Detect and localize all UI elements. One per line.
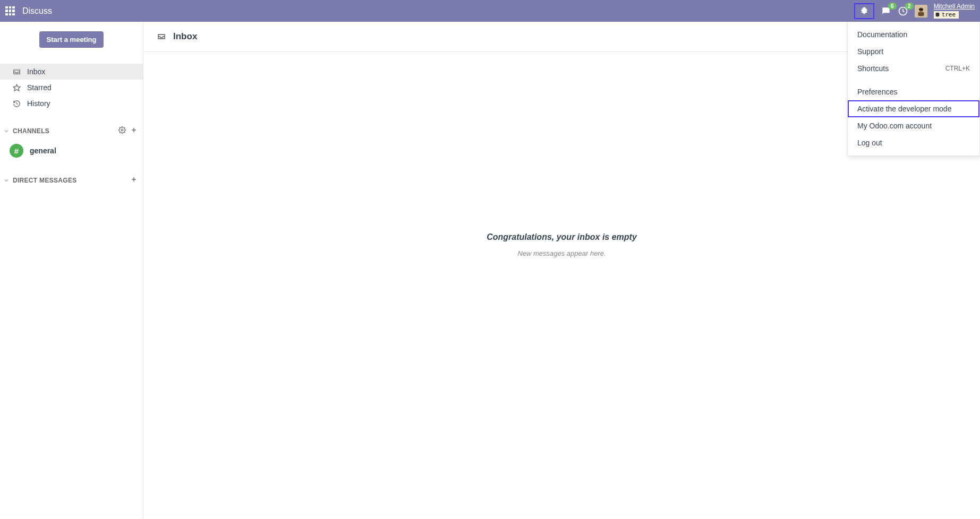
topbar-right: 6 2 Mitchell Admin tree [854, 3, 975, 19]
dm-section-header: DIRECT MESSAGES [0, 170, 143, 190]
menu-developer-mode[interactable]: Activate the developer mode [848, 100, 979, 117]
gear-icon [118, 126, 126, 134]
avatar[interactable] [915, 5, 927, 18]
svg-point-7 [121, 129, 123, 131]
start-meeting-button[interactable]: Start a meeting [39, 31, 104, 48]
topbar: Discuss 6 2 Mitchell Admin tree [0, 0, 980, 22]
channel-name: general [30, 146, 56, 155]
database-name: tree [942, 12, 956, 18]
nav-inbox-label: Inbox [27, 67, 45, 76]
nav-inbox[interactable]: Inbox [0, 64, 143, 80]
channels-title: CHANNELS [13, 127, 49, 135]
svg-marker-6 [13, 84, 20, 91]
user-menu-dropdown: Documentation Support Shortcuts CTRL+K P… [847, 22, 980, 156]
menu-shortcuts-key: CTRL+K [945, 65, 970, 72]
apps-icon[interactable] [5, 6, 15, 16]
activities-badge: 2 [905, 3, 914, 10]
nav-history-label: History [27, 99, 50, 108]
menu-shortcuts-label: Shortcuts [857, 64, 889, 73]
channel-general[interactable]: # general [0, 141, 143, 161]
inbox-icon [13, 68, 21, 76]
channels-section-header: CHANNELS [0, 121, 143, 141]
empty-title: Congratulations, your inbox is empty [487, 232, 637, 242]
database-icon [935, 12, 940, 18]
user-block[interactable]: Mitchell Admin tree [934, 3, 975, 18]
menu-odoo-account[interactable]: My Odoo.com account [848, 117, 979, 134]
user-name[interactable]: Mitchell Admin [934, 3, 975, 10]
star-icon [13, 84, 21, 92]
channels-toggle[interactable]: CHANNELS [3, 127, 49, 135]
plus-icon [130, 176, 138, 183]
messages-badge: 6 [888, 3, 897, 10]
database-badge: tree [934, 11, 959, 19]
menu-shortcuts[interactable]: Shortcuts CTRL+K [848, 60, 979, 77]
nav-starred-label: Starred [27, 83, 52, 92]
history-icon [13, 100, 21, 108]
content-title: Inbox [173, 31, 197, 42]
svg-rect-3 [918, 12, 924, 15]
menu-documentation[interactable]: Documentation [848, 26, 979, 43]
dm-toggle[interactable]: DIRECT MESSAGES [3, 177, 77, 184]
app-title: Discuss [22, 6, 52, 16]
channels-add-button[interactable] [130, 126, 138, 135]
debug-icon-highlight[interactable] [854, 3, 874, 19]
dm-title: DIRECT MESSAGES [13, 177, 77, 184]
inbox-icon [157, 32, 166, 41]
chevron-down-icon [3, 128, 10, 134]
svg-rect-4 [919, 8, 923, 10]
chevron-down-icon [3, 177, 10, 184]
channel-hash-icon: # [10, 144, 23, 158]
channels-settings-button[interactable] [118, 126, 126, 135]
messages-button[interactable]: 6 [881, 6, 891, 16]
nav-history[interactable]: History [0, 96, 143, 111]
plus-icon [130, 126, 138, 134]
main: Start a meeting Inbox Starred History CH… [0, 22, 980, 519]
bug-icon [859, 6, 869, 16]
menu-support[interactable]: Support [848, 43, 979, 60]
nav-starred[interactable]: Starred [0, 80, 143, 96]
sidebar: Start a meeting Inbox Starred History CH… [0, 22, 143, 519]
dm-add-button[interactable] [130, 176, 138, 185]
menu-preferences[interactable]: Preferences [848, 83, 979, 100]
empty-subtitle: New messages appear here. [517, 249, 606, 257]
menu-logout[interactable]: Log out [848, 134, 979, 151]
activities-button[interactable]: 2 [898, 6, 908, 16]
